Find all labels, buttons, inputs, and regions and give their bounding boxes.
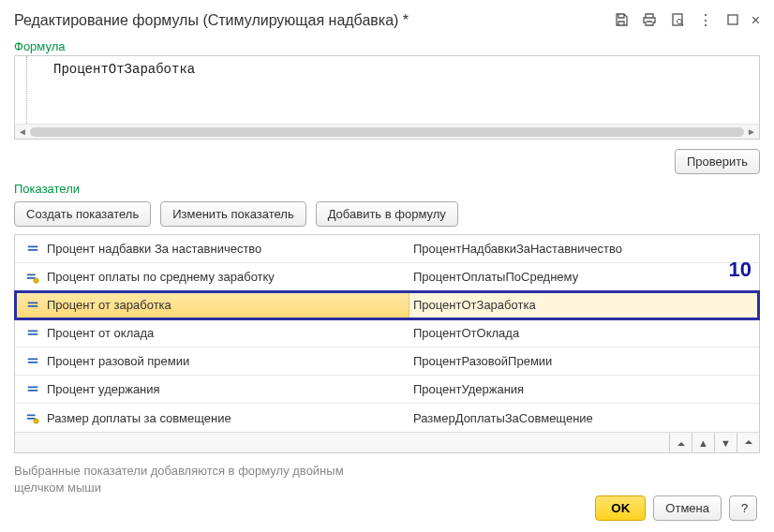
print-icon[interactable]	[642, 12, 657, 30]
indicator-name: Процент от заработка	[43, 298, 409, 312]
indicators-table: 10 Процент надбавки За наставничествоПро…	[14, 234, 760, 453]
window-title: Редактирование формулы (Стимулирующая на…	[14, 12, 409, 29]
svg-rect-17	[27, 415, 36, 417]
formula-label: Формула	[14, 39, 760, 53]
indicator-name: Размер доплаты за совмещение	[43, 411, 409, 425]
footer: OK Отмена ?	[595, 495, 757, 521]
nav-up-icon[interactable]: ▲	[692, 433, 714, 452]
cancel-button[interactable]: Отмена	[653, 495, 722, 521]
svg-rect-5	[28, 249, 38, 251]
hint-text: Выбранные показатели добавляются в форму…	[14, 463, 370, 496]
svg-rect-13	[28, 358, 38, 360]
indicator-type-icon	[22, 327, 43, 340]
svg-rect-11	[28, 330, 38, 332]
nav-top-icon[interactable]	[669, 433, 692, 452]
save-icon[interactable]	[614, 12, 629, 30]
table-row[interactable]: Размер доплаты за совмещениеРазмерДоплат…	[15, 404, 759, 432]
table-row[interactable]: Процент от окладаПроцентОтОклада	[15, 319, 759, 347]
svg-rect-6	[27, 273, 36, 275]
table-row[interactable]: Процент разовой премииПроцентРазовойПрем…	[15, 347, 759, 376]
more-icon[interactable]: ⋮	[698, 13, 714, 28]
indicator-code: ПроцентОтЗаработка	[409, 298, 759, 312]
scroll-track[interactable]	[30, 127, 744, 137]
indicator-type-icon	[22, 411, 43, 424]
header-toolbar: ⋮ ×	[614, 12, 760, 30]
ok-button[interactable]: OK	[595, 495, 646, 521]
indicator-type-icon	[22, 355, 43, 368]
indicator-code: ПроцентРазовойПремии	[409, 354, 759, 368]
indicator-name: Процент надбавки За наставничество	[43, 242, 409, 256]
indicator-type-icon	[22, 383, 43, 396]
table-row[interactable]: Процент удержанияПроцентУдержания	[15, 376, 759, 404]
svg-rect-12	[28, 333, 38, 335]
maximize-icon[interactable]	[727, 14, 738, 28]
edit-indicator-button[interactable]: Изменить показатель	[160, 201, 305, 227]
formula-editor[interactable]: ПроцентОтЗаработка ◄ ►	[14, 55, 760, 140]
window-header: Редактирование формулы (Стимулирующая на…	[14, 9, 760, 32]
preview-icon[interactable]	[670, 12, 685, 30]
svg-point-8	[34, 277, 38, 282]
create-indicator-button[interactable]: Создать показатель	[14, 201, 151, 227]
indicator-code: ПроцентНадбавкиЗаНаставничество	[409, 242, 759, 256]
svg-point-1	[677, 19, 681, 23]
svg-rect-3	[728, 15, 737, 24]
indicators-label: Показатели	[14, 182, 760, 196]
nav-bottom-icon[interactable]	[737, 433, 759, 452]
scroll-left-icon[interactable]: ◄	[15, 125, 30, 139]
add-to-formula-button[interactable]: Добавить в формулу	[316, 201, 458, 227]
indicator-name: Процент удержания	[43, 382, 409, 396]
svg-rect-15	[28, 386, 38, 388]
indicator-type-icon	[22, 299, 43, 312]
indicator-type-icon	[22, 271, 43, 284]
svg-rect-9	[28, 302, 38, 303]
table-row[interactable]: Процент от заработкаПроцентОтЗаработка	[15, 291, 759, 319]
nav-strip: ▲ ▼	[15, 432, 759, 452]
svg-rect-4	[28, 245, 38, 247]
annotation-number: 10	[729, 258, 752, 282]
nav-down-icon[interactable]: ▼	[714, 433, 737, 452]
indicator-name: Процент оплаты по среднему заработку	[43, 270, 409, 284]
indicator-code: ПроцентОплатыПоСреднему	[409, 270, 759, 284]
indicators-toolbar: Создать показатель Изменить показатель Д…	[14, 201, 760, 227]
indicator-code: ПроцентУдержания	[409, 382, 759, 396]
indicator-type-icon	[22, 243, 43, 256]
indicator-code: ПроцентОтОклада	[409, 326, 759, 340]
indicator-name: Процент от оклада	[43, 326, 409, 340]
indicator-name: Процент разовой премии	[43, 354, 409, 368]
formula-scrollbar[interactable]: ◄ ►	[15, 124, 759, 139]
table-row[interactable]: Процент надбавки За наставничествоПроцен…	[15, 235, 759, 263]
scroll-right-icon[interactable]: ►	[744, 125, 759, 139]
check-button[interactable]: Проверить	[675, 149, 760, 174]
table-row[interactable]: Процент оплаты по среднему заработкуПроц…	[15, 263, 759, 291]
formula-content[interactable]: ПроцентОтЗаработка	[26, 56, 759, 124]
svg-rect-14	[28, 362, 38, 363]
help-button[interactable]: ?	[729, 495, 757, 521]
close-icon[interactable]: ×	[752, 12, 760, 29]
svg-rect-10	[28, 305, 38, 307]
indicator-code: РазмерДоплатыЗаСовмещение	[409, 411, 759, 425]
svg-point-19	[34, 419, 38, 423]
svg-rect-16	[28, 390, 38, 392]
